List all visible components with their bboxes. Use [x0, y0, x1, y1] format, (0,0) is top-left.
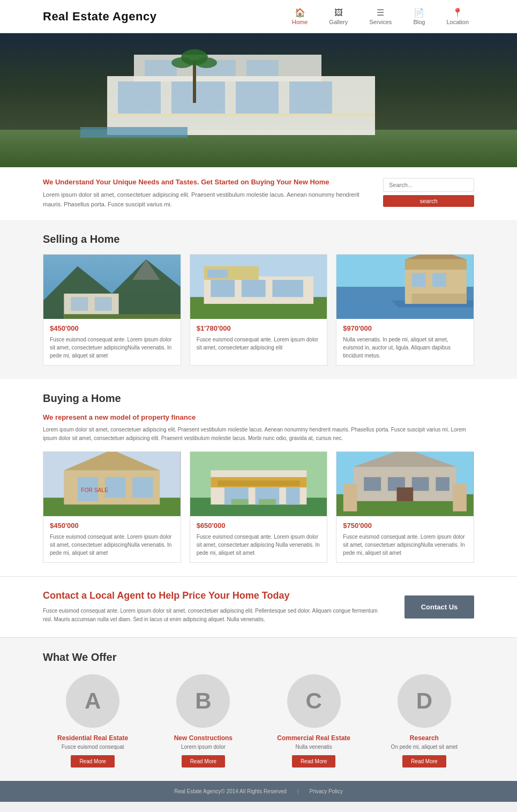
offer-btn-residential[interactable]: Read More — [71, 755, 114, 768]
search-button[interactable]: search — [383, 195, 474, 207]
selling-image-1 — [43, 255, 181, 319]
svg-text:FOR SALE: FOR SALE — [81, 488, 108, 494]
offer-grid: A Residential Real Estate Fusce euismod … — [43, 674, 474, 768]
svg-rect-23 — [64, 314, 180, 319]
footer-separator: | — [297, 788, 299, 794]
nav-item-blog[interactable]: 📄 Blog — [408, 5, 430, 27]
svg-rect-7 — [289, 81, 332, 114]
offer-title-residential: Residential Real Estate — [57, 734, 128, 742]
selling-info-3: $970'000 Nulla venenatis. In pede mi, al… — [336, 319, 474, 365]
buying-desc-3: Fusce euismod consequat ante. Lorem ipsu… — [343, 533, 467, 557]
location-icon: 📍 — [452, 8, 463, 18]
selling-image-2 — [190, 255, 327, 319]
svg-rect-36 — [405, 259, 467, 270]
selling-desc-3: Nulla venenatis. In pede mi, aliquet sit… — [343, 336, 467, 360]
offer-circle-a: A — [66, 674, 119, 728]
selling-section: Selling a Home $450'000 F — [0, 220, 517, 379]
footer-privacy-link[interactable]: Privacy Policy — [310, 788, 343, 794]
offer-circle-c: C — [287, 674, 341, 728]
selling-grid: $450'000 Fusce euismod consequat ante. L… — [43, 254, 474, 366]
svg-rect-56 — [286, 488, 300, 505]
offer-desc-new-constructions: Lorem ipsum dolor — [181, 744, 226, 750]
contact-us-button[interactable]: Contact Us — [404, 595, 474, 619]
offer-title-commercial: Commercial Real Estate — [277, 734, 350, 742]
services-icon: ☰ — [377, 8, 384, 18]
svg-rect-21 — [71, 297, 88, 311]
selling-price-2: $1'780'000 — [197, 324, 321, 332]
svg-rect-29 — [242, 280, 266, 297]
svg-rect-39 — [432, 273, 446, 287]
buying-desc-2: Fusce euismod consequat ante. Lorem ipsu… — [197, 533, 321, 557]
svg-rect-5 — [171, 81, 225, 114]
buying-price-2: $650'000 — [197, 522, 321, 530]
offer-desc-research: On pede mi, aliquet sit amet — [391, 744, 458, 750]
svg-rect-4 — [118, 81, 161, 114]
svg-rect-65 — [412, 477, 429, 491]
buying-title: Buying a Home — [43, 392, 474, 405]
offer-btn-new-constructions[interactable]: Read More — [182, 755, 225, 768]
offer-circle-b: B — [176, 674, 230, 728]
buying-info-1: $450'000 Fusce euismod consequat ante. L… — [43, 516, 181, 562]
buying-grid: FOR SALE $450'000 Fusce euismod consequa… — [43, 451, 474, 563]
svg-rect-10 — [246, 60, 279, 76]
buying-info-2: $650'000 Fusce euismod consequat ante. L… — [190, 516, 327, 562]
offer-card-commercial: C Commercial Real Estate Nulla venenatis… — [264, 674, 364, 768]
selling-card-3: $970'000 Nulla venenatis. In pede mi, al… — [336, 254, 474, 366]
svg-point-14 — [171, 57, 193, 68]
svg-rect-1 — [0, 130, 517, 167]
buying-desc-1: Fusce euismod consequat ante. Lorem ipsu… — [50, 533, 174, 557]
offer-card-residential: A Residential Real Estate Fusce euismod … — [43, 674, 143, 768]
offer-letter-c: C — [305, 688, 321, 714]
svg-rect-53 — [218, 481, 299, 486]
offer-letter-d: D — [416, 688, 432, 714]
logo: Real Estate Agency — [43, 10, 156, 24]
selling-info-1: $450'000 Fusce euismod consequat ante. L… — [43, 319, 181, 365]
selling-desc-2: Fusce euismod consequat ante. Lorem ipsu… — [197, 336, 321, 352]
intro-body: Lorem ipsum dolor sit amet, consectetuer… — [43, 190, 372, 209]
cta-body: Fusce euismod consequat ante. Lorem ipsu… — [43, 607, 388, 624]
offer-card-new-constructions: B New Constructions Lorem ipsum dolor Re… — [153, 674, 253, 768]
svg-rect-6 — [236, 81, 279, 114]
svg-rect-57 — [231, 499, 248, 504]
intro-heading: We Understand Your Unique Needs and Tast… — [43, 178, 372, 186]
buying-price-3: $750'000 — [343, 522, 467, 530]
svg-rect-47 — [132, 477, 153, 497]
svg-rect-69 — [453, 484, 467, 511]
offer-card-research: D Research On pede mi, aliquet sit amet … — [374, 674, 474, 768]
svg-point-15 — [196, 57, 217, 68]
selling-card-2: $1'780'000 Fusce euismod consequat ante.… — [190, 254, 328, 366]
nav-label-home: Home — [292, 19, 308, 25]
footer: Real Estate Agency© 2014 All Rights Rese… — [0, 781, 517, 802]
svg-rect-58 — [258, 499, 275, 504]
svg-rect-12 — [193, 60, 196, 103]
nav-label-location: Location — [446, 19, 469, 25]
buying-body: Lorem ipsum dolor sit amet, consectetuer… — [43, 426, 474, 443]
buying-info-3: $750'000 Fusce euismod consequat ante. L… — [336, 516, 474, 562]
nav-item-location[interactable]: 📍 Location — [441, 5, 474, 27]
buying-card-3: $750'000 Fusce euismod consequat ante. L… — [336, 451, 474, 563]
selling-card-1: $450'000 Fusce euismod consequat ante. L… — [43, 254, 181, 366]
svg-rect-38 — [412, 273, 426, 287]
svg-rect-66 — [436, 477, 450, 491]
svg-rect-63 — [364, 477, 381, 491]
offer-title: What We Offer — [43, 651, 474, 664]
search-box: search — [383, 178, 474, 207]
nav-item-services[interactable]: ☰ Services — [364, 5, 397, 27]
selling-title: Selling a Home — [43, 233, 474, 245]
offer-letter-a: A — [85, 688, 101, 714]
offer-btn-research[interactable]: Read More — [402, 755, 446, 768]
svg-rect-68 — [343, 484, 357, 511]
svg-rect-31 — [207, 270, 228, 278]
nav-item-home[interactable]: 🏠 Home — [287, 5, 313, 27]
cta-section: Contact a Local Agent to Help Price Your… — [0, 576, 517, 638]
offer-desc-commercial: Nulla venenatis — [295, 744, 332, 750]
svg-rect-28 — [211, 280, 235, 297]
footer-copyright: Real Estate Agency© 2014 All Rights Rese… — [174, 788, 287, 794]
buying-image-3 — [336, 452, 474, 516]
offer-btn-commercial[interactable]: Read More — [292, 755, 335, 768]
search-input[interactable] — [383, 178, 474, 192]
hero-banner — [0, 33, 517, 167]
home-icon: 🏠 — [295, 8, 305, 18]
offer-letter-b: B — [195, 688, 211, 714]
nav-item-gallery[interactable]: 🖼 Gallery — [324, 6, 353, 27]
